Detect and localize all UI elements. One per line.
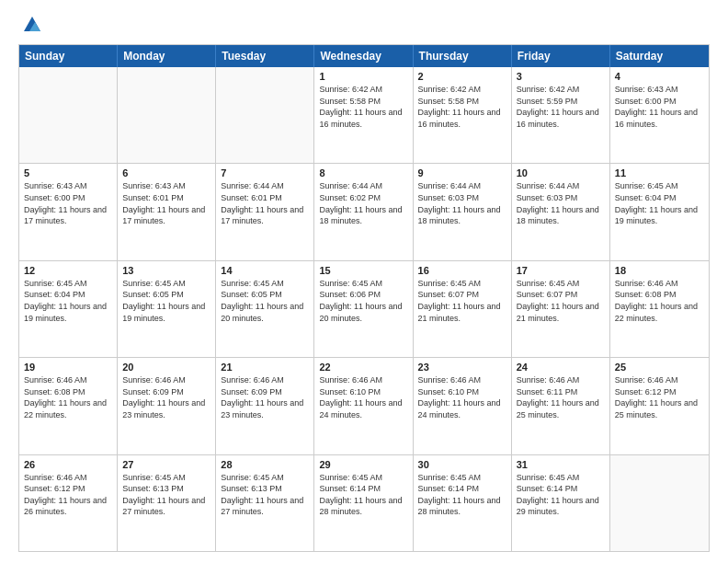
calendar-cell: 24Sunrise: 6:46 AM Sunset: 6:11 PM Dayli… (512, 358, 610, 454)
calendar-row: 5Sunrise: 6:43 AM Sunset: 6:00 PM Daylig… (19, 163, 709, 259)
calendar-header: SundayMondayTuesdayWednesdayThursdayFrid… (19, 45, 709, 67)
cell-info: Sunrise: 6:43 AM Sunset: 6:00 PM Dayligh… (24, 180, 112, 226)
day-number: 21 (221, 362, 309, 373)
day-number: 14 (221, 265, 309, 276)
calendar-cell: 21Sunrise: 6:46 AM Sunset: 6:09 PM Dayli… (216, 358, 314, 454)
calendar-cell: 30Sunrise: 6:45 AM Sunset: 6:14 PM Dayli… (414, 455, 512, 551)
day-number: 4 (615, 71, 704, 82)
calendar-cell: 1Sunrise: 6:42 AM Sunset: 5:58 PM Daylig… (314, 67, 413, 163)
cell-info: Sunrise: 6:46 AM Sunset: 6:09 PM Dayligh… (221, 374, 309, 420)
calendar-cell: 2Sunrise: 6:42 AM Sunset: 5:58 PM Daylig… (414, 67, 512, 163)
calendar-row: 19Sunrise: 6:46 AM Sunset: 6:08 PM Dayli… (19, 357, 709, 454)
day-number: 19 (24, 362, 112, 373)
day-number: 15 (319, 265, 407, 276)
cell-info: Sunrise: 6:45 AM Sunset: 6:05 PM Dayligh… (122, 278, 210, 324)
cell-info: Sunrise: 6:46 AM Sunset: 6:08 PM Dayligh… (24, 374, 112, 420)
day-number: 26 (24, 459, 112, 470)
day-number: 5 (24, 167, 112, 178)
weekday-header: Saturday (610, 45, 709, 67)
day-number: 31 (517, 459, 605, 470)
cell-info: Sunrise: 6:46 AM Sunset: 6:10 PM Dayligh… (418, 374, 506, 420)
cell-info: Sunrise: 6:45 AM Sunset: 6:04 PM Dayligh… (615, 180, 704, 226)
logo (18, 15, 44, 35)
calendar-cell: 28Sunrise: 6:45 AM Sunset: 6:13 PM Dayli… (216, 455, 314, 551)
calendar-cell: 11Sunrise: 6:45 AM Sunset: 6:04 PM Dayli… (610, 164, 709, 259)
cell-info: Sunrise: 6:45 AM Sunset: 6:14 PM Dayligh… (517, 472, 605, 518)
cell-info: Sunrise: 6:44 AM Sunset: 6:02 PM Dayligh… (319, 180, 407, 226)
calendar-cell: 15Sunrise: 6:45 AM Sunset: 6:06 PM Dayli… (314, 261, 413, 357)
calendar-row: 26Sunrise: 6:46 AM Sunset: 6:12 PM Dayli… (19, 454, 709, 551)
calendar-cell: 8Sunrise: 6:44 AM Sunset: 6:02 PM Daylig… (314, 164, 413, 259)
cell-info: Sunrise: 6:42 AM Sunset: 5:59 PM Dayligh… (517, 84, 605, 130)
day-number: 16 (418, 265, 506, 276)
calendar-cell: 22Sunrise: 6:46 AM Sunset: 6:10 PM Dayli… (314, 358, 413, 454)
calendar-cell: 3Sunrise: 6:42 AM Sunset: 5:59 PM Daylig… (512, 67, 610, 163)
cell-info: Sunrise: 6:46 AM Sunset: 6:12 PM Dayligh… (24, 472, 112, 518)
cell-info: Sunrise: 6:43 AM Sunset: 6:00 PM Dayligh… (615, 84, 704, 130)
calendar: SundayMondayTuesdayWednesdayThursdayFrid… (18, 44, 710, 552)
cell-info: Sunrise: 6:45 AM Sunset: 6:13 PM Dayligh… (221, 472, 309, 518)
calendar-row: 1Sunrise: 6:42 AM Sunset: 5:58 PM Daylig… (19, 67, 709, 163)
calendar-cell: 20Sunrise: 6:46 AM Sunset: 6:09 PM Dayli… (118, 358, 216, 454)
weekday-header: Wednesday (314, 45, 413, 67)
cell-info: Sunrise: 6:45 AM Sunset: 6:07 PM Dayligh… (517, 278, 605, 324)
day-number: 23 (418, 362, 506, 373)
calendar-cell: 18Sunrise: 6:46 AM Sunset: 6:08 PM Dayli… (610, 261, 709, 357)
day-number: 24 (517, 362, 605, 373)
calendar-cell: 12Sunrise: 6:45 AM Sunset: 6:04 PM Dayli… (19, 261, 118, 357)
calendar-cell: 29Sunrise: 6:45 AM Sunset: 6:14 PM Dayli… (314, 455, 413, 551)
calendar-row: 12Sunrise: 6:45 AM Sunset: 6:04 PM Dayli… (19, 260, 709, 357)
cell-info: Sunrise: 6:46 AM Sunset: 6:11 PM Dayligh… (517, 374, 605, 420)
cell-info: Sunrise: 6:45 AM Sunset: 6:05 PM Dayligh… (221, 278, 309, 324)
calendar-cell: 27Sunrise: 6:45 AM Sunset: 6:13 PM Dayli… (118, 455, 216, 551)
weekday-header: Monday (118, 45, 216, 67)
cell-info: Sunrise: 6:44 AM Sunset: 6:01 PM Dayligh… (221, 180, 309, 226)
cell-info: Sunrise: 6:45 AM Sunset: 6:13 PM Dayligh… (122, 472, 210, 518)
cell-info: Sunrise: 6:43 AM Sunset: 6:01 PM Dayligh… (122, 180, 210, 226)
day-number: 20 (122, 362, 210, 373)
cell-info: Sunrise: 6:46 AM Sunset: 6:09 PM Dayligh… (122, 374, 210, 420)
calendar-body: 1Sunrise: 6:42 AM Sunset: 5:58 PM Daylig… (19, 67, 709, 551)
cell-info: Sunrise: 6:45 AM Sunset: 6:04 PM Dayligh… (24, 278, 112, 324)
calendar-cell: 17Sunrise: 6:45 AM Sunset: 6:07 PM Dayli… (512, 261, 610, 357)
day-number: 7 (221, 167, 309, 178)
calendar-cell: 14Sunrise: 6:45 AM Sunset: 6:05 PM Dayli… (216, 261, 314, 357)
calendar-cell (19, 67, 118, 163)
cell-info: Sunrise: 6:45 AM Sunset: 6:14 PM Dayligh… (319, 472, 407, 518)
calendar-cell: 16Sunrise: 6:45 AM Sunset: 6:07 PM Dayli… (414, 261, 512, 357)
day-number: 9 (418, 167, 506, 178)
weekday-header: Thursday (414, 45, 512, 67)
logo-icon (22, 15, 42, 35)
calendar-cell: 13Sunrise: 6:45 AM Sunset: 6:05 PM Dayli… (118, 261, 216, 357)
logo-area (18, 15, 44, 35)
cell-info: Sunrise: 6:42 AM Sunset: 5:58 PM Dayligh… (319, 84, 407, 130)
day-number: 29 (319, 459, 407, 470)
calendar-cell (118, 67, 216, 163)
day-number: 1 (319, 71, 407, 82)
calendar-cell: 9Sunrise: 6:44 AM Sunset: 6:03 PM Daylig… (414, 164, 512, 259)
cell-info: Sunrise: 6:45 AM Sunset: 6:06 PM Dayligh… (319, 278, 407, 324)
header (18, 15, 710, 35)
calendar-cell: 6Sunrise: 6:43 AM Sunset: 6:01 PM Daylig… (118, 164, 216, 259)
day-number: 6 (122, 167, 210, 178)
calendar-cell: 5Sunrise: 6:43 AM Sunset: 6:00 PM Daylig… (19, 164, 118, 259)
day-number: 12 (24, 265, 112, 276)
cell-info: Sunrise: 6:45 AM Sunset: 6:07 PM Dayligh… (418, 278, 506, 324)
day-number: 2 (418, 71, 506, 82)
calendar-cell: 19Sunrise: 6:46 AM Sunset: 6:08 PM Dayli… (19, 358, 118, 454)
cell-info: Sunrise: 6:46 AM Sunset: 6:08 PM Dayligh… (615, 278, 704, 324)
weekday-header: Tuesday (216, 45, 314, 67)
calendar-cell (216, 67, 314, 163)
calendar-cell: 26Sunrise: 6:46 AM Sunset: 6:12 PM Dayli… (19, 455, 118, 551)
page: SundayMondayTuesdayWednesdayThursdayFrid… (0, 0, 728, 563)
day-number: 28 (221, 459, 309, 470)
day-number: 25 (615, 362, 704, 373)
day-number: 11 (615, 167, 704, 178)
day-number: 3 (517, 71, 605, 82)
day-number: 17 (517, 265, 605, 276)
day-number: 18 (615, 265, 704, 276)
day-number: 30 (418, 459, 506, 470)
calendar-cell: 23Sunrise: 6:46 AM Sunset: 6:10 PM Dayli… (414, 358, 512, 454)
weekday-header: Friday (512, 45, 610, 67)
calendar-cell (610, 455, 709, 551)
